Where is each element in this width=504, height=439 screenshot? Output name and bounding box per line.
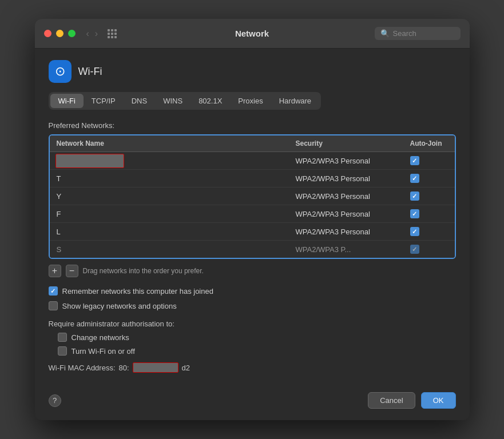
autojoin-checkbox[interactable] [410, 227, 419, 236]
tabs-bar: Wi-Fi TCP/IP DNS WINS 802.1X Proxies Har… [49, 92, 322, 110]
sub-options: Change networks Turn Wi-Fi on or off [49, 333, 456, 356]
forward-arrow-icon[interactable]: › [93, 29, 100, 39]
show-legacy-row: Show legacy networks and options [49, 301, 456, 310]
remember-networks-checkbox[interactable] [49, 286, 58, 296]
wifi-header: ⊙ Wi-Fi [49, 60, 456, 83]
window-title: Network [235, 29, 269, 38]
table-body: L WPA2/WPA3 Personal T WPA2/WPA3 Persona… [50, 152, 455, 258]
tab-hardware[interactable]: Hardware [271, 94, 319, 108]
autojoin-checkbox[interactable] [410, 209, 419, 218]
table-row[interactable]: T WPA2/WPA3 Personal [50, 170, 455, 187]
footer-buttons: Cancel OK [368, 392, 455, 409]
security-cell: WPA2/WPA3 Personal [289, 224, 403, 240]
turn-wifi-label: Turn Wi-Fi on or off [72, 347, 135, 356]
app-grid-icon[interactable] [108, 29, 117, 38]
security-cell: WPA2/WPA3 Personal [289, 153, 403, 169]
traffic-lights [44, 30, 76, 37]
autojoin-cell [403, 152, 455, 169]
redacted-name [55, 154, 124, 168]
security-cell: WPA2/WPA3 Personal [289, 206, 403, 222]
remove-network-button[interactable]: − [66, 265, 78, 277]
options-section: Remember networks this computer has join… [49, 286, 456, 310]
col-header-security: Security [289, 135, 403, 151]
wifi-icon: ⊙ [55, 65, 65, 78]
show-legacy-checkbox[interactable] [49, 301, 58, 310]
table-header: Network Name Security Auto-Join [50, 135, 455, 152]
table-controls: + − Drag networks into the order you pre… [49, 265, 456, 277]
require-admin-label: Require administrator authorisation to: [49, 320, 456, 328]
maximize-button[interactable] [68, 30, 76, 37]
network-name-cell: Y [50, 188, 289, 205]
network-name-cell: L [50, 153, 289, 169]
tab-proxies[interactable]: Proxies [230, 94, 271, 108]
help-button[interactable]: ? [49, 394, 61, 407]
change-networks-checkbox[interactable] [58, 333, 67, 342]
table-row[interactable]: Y WPA2/WPA3 Personal [50, 187, 455, 205]
turn-wifi-checkbox[interactable] [58, 346, 67, 356]
mac-prefix: 80: [119, 364, 129, 372]
minimize-button[interactable] [56, 30, 64, 37]
networks-table: Network Name Security Auto-Join L WPA2/W… [49, 134, 456, 259]
col-header-name: Network Name [50, 135, 289, 151]
mac-address-label: Wi-Fi MAC Address: [49, 364, 116, 372]
drag-hint-text: Drag networks into the order you prefer. [83, 267, 204, 275]
security-cell: WPA2/WPA3 Personal [289, 188, 403, 205]
autojoin-checkbox[interactable] [410, 191, 419, 201]
footer: ? Cancel OK [35, 384, 470, 420]
network-name-char: L [57, 228, 61, 236]
security-cell: WPA2/WPA3 Personal [289, 170, 403, 187]
autojoin-cell [403, 170, 455, 187]
network-name-char: Y [57, 192, 62, 201]
search-placeholder: Search [393, 29, 416, 38]
autojoin-checkbox[interactable] [410, 245, 419, 254]
main-content: ⊙ Wi-Fi Wi-Fi TCP/IP DNS WINS 802.1X Pro… [35, 49, 470, 384]
preferred-networks-label: Preferred Networks: [49, 121, 456, 130]
tab-8021x[interactable]: 802.1X [191, 94, 230, 108]
autojoin-cell [403, 187, 455, 205]
autojoin-cell [403, 241, 455, 258]
table-row[interactable]: L WPA2/WPA3 Personal [50, 223, 455, 241]
search-bar[interactable]: 🔍 Search [375, 27, 461, 40]
network-name-char: F [57, 210, 61, 218]
col-header-autojoin: Auto-Join [403, 135, 455, 151]
autojoin-checkbox[interactable] [410, 174, 419, 183]
table-row[interactable]: L WPA2/WPA3 Personal [50, 152, 455, 170]
security-cell: WPA2/WPA3 P... [289, 241, 403, 258]
network-name-cell: L [50, 224, 289, 240]
back-arrow-icon[interactable]: ‹ [85, 29, 91, 39]
cancel-button[interactable]: Cancel [368, 392, 415, 409]
nav-arrows: ‹ › [85, 29, 100, 39]
tab-wifi[interactable]: Wi-Fi [50, 94, 84, 108]
show-legacy-label: Show legacy networks and options [62, 302, 177, 310]
table-row[interactable]: S WPA2/WPA3 P... [50, 241, 455, 258]
autojoin-checkbox[interactable] [410, 156, 419, 165]
ok-button[interactable]: OK [421, 392, 456, 409]
wifi-icon-bg: ⊙ [49, 60, 72, 83]
tab-wins[interactable]: WINS [155, 94, 191, 108]
remember-networks-label: Remember networks this computer has join… [62, 287, 213, 296]
autojoin-cell [403, 223, 455, 240]
tab-dns[interactable]: DNS [124, 94, 155, 108]
close-button[interactable] [44, 30, 51, 37]
wifi-title: Wi-Fi [78, 66, 102, 78]
table-row[interactable]: F WPA2/WPA3 Personal [50, 205, 455, 223]
remember-networks-row: Remember networks this computer has join… [49, 286, 456, 296]
network-name-char: S [57, 245, 62, 254]
network-name-cell: F [50, 206, 289, 222]
change-networks-row: Change networks [58, 333, 456, 342]
network-name-cell: S [50, 241, 289, 258]
mac-redacted [133, 362, 178, 373]
network-name-cell: T [50, 170, 289, 187]
change-networks-label: Change networks [72, 333, 129, 342]
tab-tcpip[interactable]: TCP/IP [84, 94, 124, 108]
turn-wifi-row: Turn Wi-Fi on or off [58, 346, 456, 356]
mac-address-row: Wi-Fi MAC Address: 80: d2 [49, 362, 456, 373]
network-name-char: T [57, 174, 61, 183]
search-icon: 🔍 [380, 29, 390, 38]
autojoin-cell [403, 205, 455, 222]
mac-suffix: d2 [182, 364, 190, 372]
titlebar: ‹ › Network 🔍 Search [35, 19, 470, 49]
add-network-button[interactable]: + [49, 265, 61, 277]
network-window: ‹ › Network 🔍 Search ⊙ Wi-Fi Wi-Fi TCP/I… [35, 19, 470, 420]
